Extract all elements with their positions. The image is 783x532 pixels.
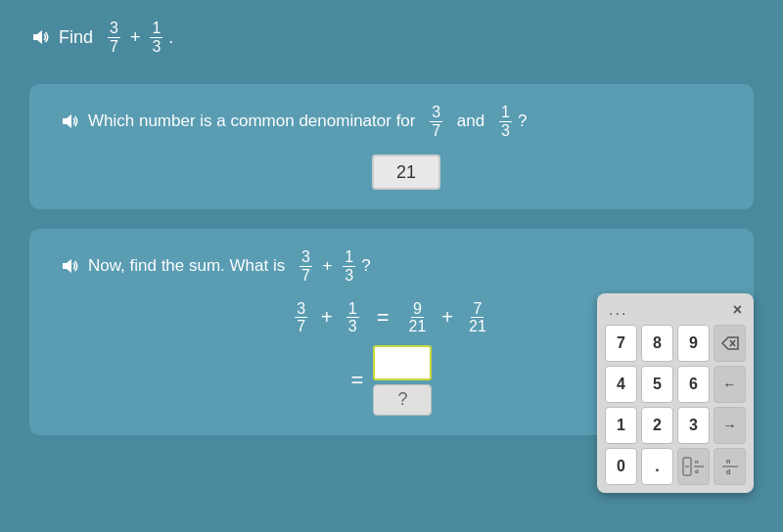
- q2-qmark: ?: [361, 256, 370, 276]
- numpad-dots: ...: [609, 301, 627, 319]
- q2-frac2-den: 3: [343, 267, 355, 285]
- me-f2d: 3: [346, 318, 359, 335]
- question1-section: Which number is a common denominator for…: [29, 84, 754, 209]
- me-f1d: 7: [295, 318, 307, 335]
- me-plus2: +: [441, 306, 453, 329]
- me-frac4: 7 21: [467, 300, 488, 335]
- header-plus: +: [130, 27, 141, 48]
- q2-frac1: 3 7: [299, 248, 312, 284]
- me-f2n: 1: [346, 300, 359, 319]
- header-speaker-icon[interactable]: [29, 26, 51, 48]
- svg-text:n: n: [695, 459, 699, 465]
- header-row: Find 3 7 + 1 3 .: [29, 20, 754, 55]
- me-f1n: 3: [295, 300, 307, 319]
- numpad-4[interactable]: 4: [605, 366, 637, 403]
- q2-frac1-den: 7: [299, 267, 312, 285]
- q1-frac1-num: 3: [430, 104, 442, 122]
- header-frac2: 1 3: [150, 20, 162, 55]
- numpad-fraction[interactable]: n d: [714, 448, 746, 485]
- qmark-text: ?: [397, 389, 407, 410]
- frac2-den: 3: [150, 38, 162, 56]
- q2-frac2: 1 3: [343, 248, 355, 284]
- svg-marker-0: [33, 30, 42, 44]
- numpad-3[interactable]: 3: [677, 407, 710, 444]
- svg-marker-2: [63, 259, 71, 273]
- q1-frac1-den: 7: [430, 122, 442, 140]
- numpad-1[interactable]: 1: [605, 407, 637, 444]
- q1-qmark: ?: [518, 111, 527, 131]
- svg-text:d: d: [726, 468, 730, 475]
- q1-frac1: 3 7: [430, 104, 442, 139]
- q2-text: Now, find the sum. What is 3 7 + 1 3 ?: [88, 248, 371, 284]
- svg-text:n: n: [726, 458, 730, 465]
- svg-marker-1: [63, 114, 71, 128]
- me-frac1: 3 7: [295, 300, 307, 335]
- numpad-9[interactable]: 9: [677, 325, 710, 362]
- numpad-decimal[interactable]: .: [641, 448, 673, 485]
- me-f4n: 7: [471, 300, 484, 319]
- denominator-placeholder[interactable]: ?: [373, 384, 432, 416]
- q1-frac2: 1 3: [499, 104, 512, 139]
- me-plus1: +: [321, 306, 333, 329]
- header-frac1: 3 7: [108, 20, 120, 55]
- frac1-den: 7: [108, 38, 120, 56]
- numpad-0[interactable]: 0: [605, 448, 637, 485]
- numpad-header: ... ×: [605, 301, 746, 319]
- question1-row: Which number is a common denominator for…: [59, 104, 724, 139]
- numerator-input[interactable]: [373, 345, 432, 380]
- numpad-grid: 7 8 9 4 5 6 ← 1 2 3 → 0 . n d: [605, 325, 746, 485]
- numpad-backspace[interactable]: [714, 325, 746, 362]
- me-f3n: 9: [411, 300, 424, 319]
- me-frac3: 9 21: [407, 300, 429, 335]
- numpad-left-arrow[interactable]: ←: [714, 366, 746, 403]
- header-text: Find 3 7 + 1 3 .: [59, 20, 173, 55]
- q2-speaker-icon[interactable]: [59, 255, 80, 277]
- answer-21-box: 21: [372, 155, 440, 190]
- q2-frac2-num: 1: [343, 248, 355, 267]
- numpad-right-arrow[interactable]: →: [714, 407, 746, 444]
- me-frac2: 1 3: [346, 300, 359, 335]
- numpad-close-button[interactable]: ×: [733, 301, 742, 319]
- numpad-8[interactable]: 8: [641, 325, 673, 362]
- numpad-7[interactable]: 7: [605, 325, 637, 362]
- numpad-5[interactable]: 5: [641, 366, 673, 403]
- answer-21-text: 21: [396, 162, 416, 183]
- svg-text:d: d: [695, 468, 699, 474]
- q1-frac2-num: 1: [499, 104, 512, 122]
- me-eq1: =: [377, 305, 390, 331]
- frac2-num: 1: [150, 20, 162, 38]
- q1-text: Which number is a common denominator for…: [88, 104, 527, 139]
- q1-speaker-icon[interactable]: [59, 111, 80, 132]
- numpad: ... × 7 8 9 4 5 6 ← 1 2 3 → 0 .: [597, 293, 754, 493]
- q2-row: Now, find the sum. What is 3 7 + 1 3 ?: [59, 248, 724, 284]
- q1-and: and: [457, 111, 484, 131]
- numpad-6[interactable]: 6: [677, 366, 710, 403]
- me-f3d: 21: [407, 318, 429, 335]
- find-label: Find: [59, 27, 93, 48]
- numpad-2[interactable]: 2: [641, 407, 673, 444]
- header-period: .: [168, 27, 173, 48]
- q2-text-before: Now, find the sum. What is: [88, 256, 285, 276]
- q2-frac1-num: 3: [299, 248, 312, 267]
- me-f4d: 21: [467, 318, 488, 335]
- q1-text-before: Which number is a common denominator for: [88, 111, 415, 131]
- frac1-num: 3: [108, 20, 120, 38]
- eq2-sign: =: [351, 368, 364, 393]
- numpad-mixed-fraction[interactable]: n d: [677, 448, 710, 485]
- q1-frac2-den: 3: [499, 122, 512, 140]
